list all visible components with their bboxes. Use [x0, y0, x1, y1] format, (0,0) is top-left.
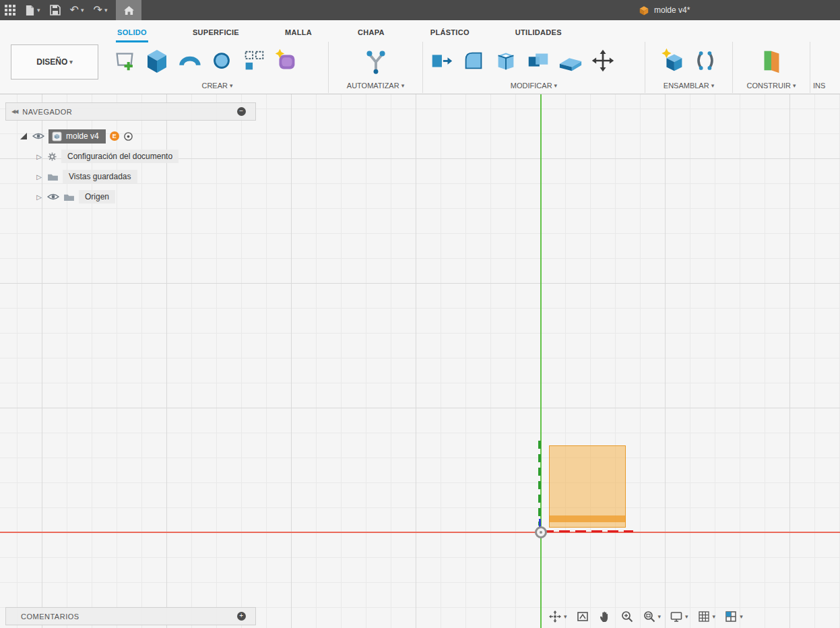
- expander-icon[interactable]: [35, 193, 43, 201]
- undo-icon: [70, 5, 79, 15]
- tab-utilidades[interactable]: UTILIDADES: [514, 26, 563, 42]
- extrude-icon: [141, 45, 172, 76]
- create-sketch-button[interactable]: [109, 42, 140, 79]
- design-dropdown[interactable]: DISEÑO: [11, 44, 98, 80]
- root-component-label: molde v4: [66, 131, 99, 141]
- expander-icon[interactable]: [35, 173, 43, 181]
- expander-icon[interactable]: [35, 153, 43, 160]
- joint-icon: [692, 47, 719, 74]
- redo-button[interactable]: [88, 0, 112, 20]
- group-automatizar: AUTOMATIZAR: [329, 42, 423, 93]
- root-component-selected[interactable]: molde v4: [49, 129, 106, 144]
- revolve-button[interactable]: [174, 42, 205, 79]
- pan-button[interactable]: [597, 608, 613, 625]
- look-at-button[interactable]: [575, 608, 591, 625]
- tree-row-root[interactable]: molde v4 E: [20, 128, 133, 144]
- fit-button[interactable]: [641, 608, 663, 625]
- tree-row-origin[interactable]: Origen: [35, 189, 115, 205]
- folder-icon: [63, 193, 75, 201]
- origin-point-marker[interactable]: [535, 526, 547, 538]
- tab-solido[interactable]: SOLIDO: [116, 26, 148, 42]
- offset-face-icon: [556, 48, 585, 73]
- new-component-button[interactable]: [657, 42, 688, 79]
- press-pull-button[interactable]: [426, 42, 457, 79]
- home-tab[interactable]: [116, 0, 141, 20]
- inspeccionar-dropdown[interactable]: INS: [813, 80, 840, 92]
- visibility-eye-icon[interactable]: [47, 193, 59, 201]
- offset-face-button[interactable]: [555, 42, 586, 79]
- tab-chapa[interactable]: CHAPA: [356, 26, 386, 42]
- caret-down-icon: [81, 7, 84, 13]
- sketch-profile-band[interactable]: [549, 515, 626, 522]
- caret-down-icon: [401, 83, 405, 89]
- group-inspeccionar-truncated: INS: [810, 42, 840, 93]
- save-icon: [50, 5, 61, 15]
- pan-hand-icon: [598, 610, 612, 623]
- fillet-icon: [461, 48, 486, 73]
- collapse-panel-icon[interactable]: [11, 108, 17, 115]
- home-icon: [123, 5, 135, 15]
- navigator-header[interactable]: NAVEGADOR −: [5, 102, 256, 121]
- shell-icon: [493, 48, 519, 73]
- caret-down-icon: [793, 83, 796, 89]
- automatizar-dropdown[interactable]: AUTOMATIZAR: [331, 80, 420, 92]
- pattern-button[interactable]: [238, 42, 269, 79]
- display-settings-button[interactable]: [668, 608, 690, 625]
- caret-down-icon: [230, 83, 233, 89]
- orbit-icon: [548, 610, 562, 623]
- selected-sketch-line-horizontal[interactable]: [543, 530, 633, 532]
- revolve-icon: [176, 48, 202, 73]
- visibility-eye-icon[interactable]: [32, 132, 44, 140]
- tab-malla[interactable]: MALLA: [284, 26, 313, 42]
- titlebar: molde v4*: [0, 0, 840, 20]
- grid-snaps-button[interactable]: [696, 608, 717, 625]
- activate-component-icon[interactable]: [123, 131, 133, 142]
- caret-down-icon: [658, 614, 661, 620]
- tab-superficie[interactable]: SUPERFICIE: [191, 26, 240, 42]
- caret-down-icon: [37, 7, 40, 13]
- construir-dropdown[interactable]: CONSTRUIR: [736, 80, 807, 92]
- design-dropdown-label: DISEÑO: [36, 57, 67, 67]
- comments-panel-header[interactable]: COMENTARIOS +: [5, 607, 256, 625]
- undo-button[interactable]: [65, 0, 89, 20]
- document-tab[interactable]: molde v4*: [639, 0, 690, 20]
- joint-button[interactable]: [690, 42, 721, 79]
- ribbon-tabs: SOLIDO SUPERFICIE MALLA CHAPA PLÁSTICO U…: [116, 26, 563, 42]
- tree-row-saved-views[interactable]: Vistas guardadas: [35, 168, 137, 185]
- viewport-canvas[interactable]: NAVEGADOR − molde v4 E: [0, 94, 840, 628]
- file-menu-button[interactable]: [20, 0, 45, 20]
- group-crear: CREAR: [106, 42, 329, 93]
- save-button[interactable]: [45, 0, 65, 20]
- navigator-collapse-button[interactable]: −: [237, 107, 246, 116]
- viewports-button[interactable]: [723, 608, 744, 625]
- fit-zoom-window-icon: [643, 610, 656, 623]
- tab-plastico[interactable]: PLÁSTICO: [429, 26, 471, 42]
- cylinder-icon: [209, 48, 234, 73]
- modificar-dropdown[interactable]: MODIFICAR: [426, 80, 642, 92]
- ensamblar-dropdown[interactable]: ENSAMBLAR: [648, 80, 730, 92]
- document-cube-icon: [639, 5, 649, 16]
- caret-down-icon: [104, 7, 108, 13]
- comments-expand-button[interactable]: +: [237, 612, 246, 621]
- zoom-button[interactable]: [619, 608, 635, 625]
- fillet-button[interactable]: [458, 42, 489, 79]
- move-copy-button[interactable]: [587, 42, 618, 79]
- combine-button[interactable]: [523, 42, 554, 79]
- construction-plane-button[interactable]: [756, 42, 787, 79]
- ribbon-groups: CREAR AUTOMATIZAR: [106, 42, 840, 93]
- crear-dropdown[interactable]: CREAR: [109, 80, 325, 92]
- selected-sketch-line-vertical[interactable]: [538, 441, 541, 526]
- caret-down-icon: [564, 614, 567, 620]
- cylinder-button[interactable]: [206, 42, 237, 79]
- caret-down-icon: [69, 59, 73, 65]
- expander-open-icon[interactable]: [20, 133, 27, 139]
- tree-item-label: Vistas guardadas: [63, 170, 137, 183]
- orbit-button[interactable]: [547, 608, 569, 625]
- app-grid-button[interactable]: [0, 0, 20, 20]
- create-form-button[interactable]: [271, 42, 302, 79]
- tree-row-document-settings[interactable]: Configuración del documento: [35, 148, 179, 164]
- shell-button[interactable]: [490, 42, 521, 79]
- extrude-button[interactable]: [141, 42, 172, 79]
- automated-modeling-button[interactable]: [360, 42, 391, 79]
- ribbon-toolbar: DISEÑO SOLIDO SUPERFICIE MALLA CHAPA PLÁ…: [0, 20, 840, 94]
